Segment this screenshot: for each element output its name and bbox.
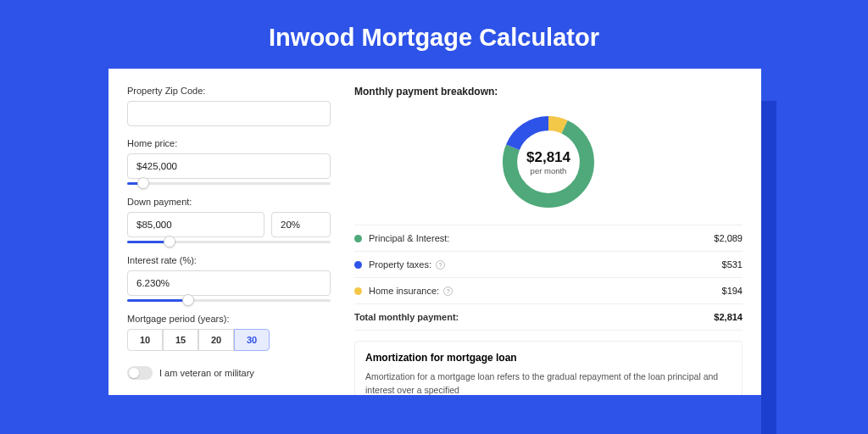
legend-rows: Principal & Interest:$2,089Property taxe… — [354, 225, 743, 331]
down-payment-percent-input[interactable] — [271, 212, 331, 237]
legend-total-value: $2,814 — [714, 312, 743, 322]
legend-value: $2,089 — [714, 233, 743, 243]
legend-value: $194 — [722, 286, 743, 296]
interest-rate-slider[interactable] — [127, 299, 331, 302]
panel-shadow — [761, 101, 776, 434]
veteran-toggle[interactable] — [127, 366, 153, 380]
home-price-slider[interactable] — [127, 182, 331, 185]
legend-row: Property taxes:?$531 — [354, 252, 743, 278]
down-payment-field: Down payment: — [127, 197, 331, 243]
interest-rate-label: Interest rate (%): — [127, 255, 331, 265]
home-price-input[interactable] — [127, 153, 331, 179]
amortization-text: Amortization for a mortgage loan refers … — [365, 370, 732, 395]
breakdown-column: Monthly payment breakdown: $2,814 per mo… — [354, 86, 743, 395]
slider-fill — [127, 299, 188, 302]
zip-input[interactable] — [127, 101, 331, 126]
donut-sublabel: per month — [531, 166, 567, 175]
interest-rate-field: Interest rate (%): — [127, 255, 331, 302]
page-title: Inwood Mortgage Calculator — [0, 0, 868, 69]
legend-row: Principal & Interest:$2,089 — [354, 225, 743, 252]
donut-chart-wrap: $2,814 per month — [354, 106, 743, 225]
veteran-label: I am veteran or military — [159, 368, 254, 378]
amortization-box: Amortization for mortgage loan Amortizat… — [354, 341, 743, 395]
calculator-panel: Property Zip Code: Home price: Down paym… — [108, 69, 761, 395]
mortgage-period-field: Mortgage period (years): 10152030 — [127, 314, 331, 351]
period-option-10[interactable]: 10 — [127, 329, 163, 351]
veteran-row: I am veteran or military — [127, 366, 331, 380]
donut-amount: $2,814 — [526, 149, 570, 166]
down-payment-label: Down payment: — [127, 197, 331, 207]
slider-thumb[interactable] — [137, 177, 149, 189]
legend-label: Principal & Interest: — [369, 233, 714, 243]
zip-field: Property Zip Code: — [127, 86, 331, 126]
interest-rate-input[interactable] — [127, 270, 331, 296]
down-payment-slider[interactable] — [127, 241, 331, 243]
info-icon[interactable]: ? — [436, 260, 445, 270]
legend-swatch — [354, 261, 362, 269]
donut-center: $2,814 per month — [498, 111, 599, 213]
legend-value: $531 — [722, 259, 743, 270]
period-option-20[interactable]: 20 — [198, 329, 234, 351]
slider-thumb[interactable] — [182, 294, 194, 306]
home-price-label: Home price: — [127, 138, 331, 148]
zip-label: Property Zip Code: — [127, 86, 331, 96]
breakdown-title: Monthly payment breakdown: — [354, 86, 743, 97]
period-option-30[interactable]: 30 — [234, 329, 270, 351]
mortgage-period-label: Mortgage period (years): — [127, 314, 331, 324]
legend-label: Property taxes:? — [369, 259, 722, 270]
donut-chart: $2,814 per month — [498, 111, 599, 213]
slider-thumb[interactable] — [164, 236, 175, 248]
legend-total-label: Total monthly payment: — [354, 312, 714, 322]
mortgage-period-group: 10152030 — [127, 329, 331, 351]
legend-swatch — [354, 287, 362, 295]
form-column: Property Zip Code: Home price: Down paym… — [127, 86, 331, 395]
period-option-15[interactable]: 15 — [163, 329, 198, 351]
amortization-title: Amortization for mortgage loan — [365, 352, 732, 364]
legend-row-total: Total monthly payment:$2,814 — [354, 304, 743, 331]
legend-swatch — [354, 235, 362, 242]
legend-row: Home insurance:?$194 — [354, 278, 743, 304]
legend-label: Home insurance:? — [369, 286, 722, 296]
home-price-field: Home price: — [127, 138, 331, 185]
down-payment-amount-input[interactable] — [127, 212, 264, 237]
info-icon[interactable]: ? — [443, 287, 453, 296]
